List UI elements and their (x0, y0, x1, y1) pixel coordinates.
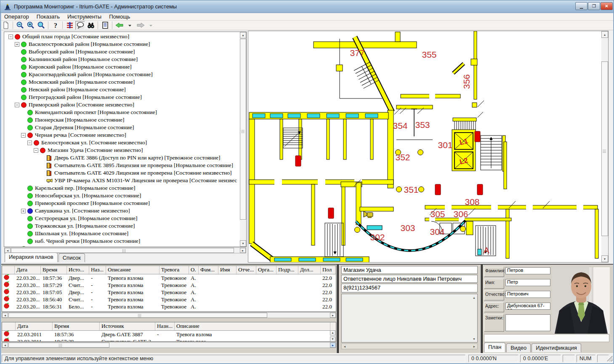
tree-item[interactable]: Старая Деревня [Нормальное состояние] (5, 124, 239, 131)
column-header[interactable]: Дата (16, 322, 53, 330)
tree-vscrollbar[interactable]: ▲ ▼ (240, 32, 246, 247)
tree-item[interactable]: Красногвардейский район [Нормальное сост… (5, 71, 239, 78)
column-header[interactable] (2, 266, 15, 274)
caret-button[interactable] (125, 21, 135, 30)
column-header[interactable]: Тревога (159, 266, 189, 274)
table-row[interactable]: 22.03.201118:57:36Дверь GATE 3887-Тревог… (2, 331, 336, 338)
tree-item[interactable]: Считыватель GATE 4029 Лицензия не провер… (5, 169, 239, 177)
column-header[interactable]: Описание (175, 322, 330, 330)
scroll-down-button[interactable]: ▼ (471, 336, 477, 341)
object-name-field[interactable]: Магазин Удача (341, 266, 478, 274)
alarm-hscroll-thumb[interactable] (8, 313, 267, 318)
person-address-field[interactable]: Дибуновская 67-33 (505, 303, 550, 310)
tree-item[interactable]: наб. Черной речки [Нормальное состояние] (5, 237, 239, 245)
alarm-table-hscrollbar[interactable]: ◄ ► (2, 312, 336, 318)
tree-item[interactable]: +Савушкина ул. [Состояние неизвестно] (5, 207, 239, 215)
column-header[interactable]: Источник (100, 322, 155, 330)
tree-item[interactable]: Карельский пер. [Нормальное состояние] (5, 184, 239, 192)
find-button[interactable] (86, 21, 96, 30)
scroll-down-button[interactable]: ▼ (240, 240, 246, 247)
scroll-right-button[interactable]: ► (240, 248, 246, 253)
collapse-icon[interactable]: − (15, 103, 19, 107)
table-row[interactable]: 22.03.20...18:57:05Двер...-Тревога взлом… (2, 289, 336, 296)
column-header[interactable]: Имя (218, 266, 237, 274)
help-button[interactable]: ? (51, 21, 60, 30)
scroll-up-button[interactable]: ▲ (240, 32, 246, 38)
scroll-right-button[interactable]: ► (330, 313, 336, 318)
tree-vscroll-thumb[interactable] (240, 39, 246, 220)
callout-button[interactable] (75, 21, 85, 30)
tree-item[interactable]: Дверь GATE 3886 (Доступ по PIN или карте… (5, 154, 239, 162)
tree-item[interactable]: +Василеостровский район [Нормальное сост… (5, 40, 239, 48)
tree-item[interactable]: Петроградский район [Нормальное состояни… (5, 93, 239, 101)
scroll-up-button[interactable]: ▲ (471, 295, 477, 300)
column-header[interactable]: Дол... (298, 266, 321, 274)
tree-item[interactable]: −Черная речка [Состояние неизвестно] (5, 131, 239, 139)
phone-field[interactable]: 8(921)1234567 (341, 284, 478, 292)
column-header[interactable] (2, 322, 16, 330)
tree-item[interactable]: −Магазин Удача [Состояние неизвестно] (5, 146, 239, 154)
table-row[interactable]: 22.03.20...18:56:31Бело...-Тревога взлом… (2, 303, 336, 310)
scroll-up-button[interactable]: ▲ (601, 31, 608, 38)
tree-item[interactable]: Невский район [Нормальное состояние] (5, 86, 239, 93)
column-header[interactable]: Наз... (89, 266, 106, 274)
tree-item[interactable]: −Белоостровская ул. [Состояние неизвестн… (5, 139, 239, 146)
expand-icon[interactable]: + (21, 209, 26, 213)
column-header[interactable]: Время (53, 322, 100, 330)
object-notes-area[interactable] (341, 294, 478, 343)
tree-item[interactable]: Кировский район [Нормальное состояние] (5, 63, 239, 71)
tree-item[interactable]: −Приморский район [Состояние неизвестно] (5, 101, 239, 109)
menu-Помощь[interactable]: Помощь (105, 13, 134, 21)
tree-item[interactable]: Московский район [Нормальное состояние] (5, 78, 239, 86)
minimize-button[interactable]: ▁ (575, 2, 587, 10)
column-header[interactable]: Дата (15, 266, 41, 274)
zoom-in-button[interactable] (26, 21, 35, 30)
tab-План[interactable]: План (484, 343, 505, 352)
plan-vscrollbar[interactable]: ▲ ▼ (601, 31, 608, 262)
tab-Идентификация[interactable]: Идентификация (532, 343, 581, 352)
plan-vscroll-thumb[interactable] (601, 61, 608, 236)
responsible-field[interactable]: Ответственное лицо Николаев Иван Петрови… (341, 275, 478, 283)
scroll-left-button[interactable]: ◄ (2, 313, 8, 318)
new-document-button[interactable] (1, 21, 11, 30)
resize-grip[interactable] (607, 356, 613, 361)
table-row[interactable]: 22.03.20...18:56:40Счит...-Тревога взлом… (2, 296, 336, 303)
person-notes-field[interactable] (505, 314, 550, 331)
column-header[interactable]: Орга... (256, 266, 276, 274)
caret-gray-button[interactable] (146, 21, 156, 30)
tab-Список[interactable]: Список (58, 253, 85, 262)
tree-item[interactable]: Сестрорецкая ул. [Нормальное состояние] (5, 215, 239, 222)
column-header[interactable]: Описание (106, 266, 159, 274)
scroll-right-button[interactable]: ► (471, 344, 477, 349)
scroll-down-button[interactable]: ▼ (330, 337, 335, 342)
collapse-icon[interactable]: − (27, 141, 32, 145)
column-header[interactable]: Отче... (237, 266, 256, 274)
scroll-down-button[interactable]: ▼ (601, 255, 608, 262)
tab-Иерархия планов[interactable]: Иерархия планов (5, 252, 58, 262)
scroll-right-button[interactable]: ► (330, 343, 336, 348)
tab-Видео[interactable]: Видео (506, 343, 531, 352)
tree-item[interactable]: УВР IP-камера AXIS M1031-W Лицензия не п… (5, 177, 239, 184)
scroll-up-button[interactable]: ▲ (330, 330, 335, 335)
person-firstname-field[interactable]: Петр (505, 279, 550, 286)
column-header[interactable]: Пол (321, 266, 335, 274)
column-header[interactable]: Исто... (67, 266, 89, 274)
tree-item[interactable]: Торжковская ул. [Нормальное состояние] (5, 222, 239, 230)
tree-item[interactable]: Приморский проспект [Нормальное состояни… (5, 199, 239, 207)
tree-item[interactable]: Новосибирская ул. [Нормальное состояние] (5, 192, 239, 199)
back-button[interactable] (114, 21, 124, 30)
scroll-left-button[interactable]: ◄ (2, 343, 8, 348)
collapse-icon[interactable]: − (21, 133, 26, 138)
splitter[interactable] (481, 265, 483, 354)
expand-icon[interactable]: + (15, 42, 19, 47)
menu-Оператор[interactable]: Оператор (0, 13, 33, 21)
table-row[interactable]: 22.03.20...18:57:36Двер...-Тревога взлом… (2, 274, 336, 282)
tree-item[interactable]: Считыватель GATE 3895 Лицензия не провер… (5, 162, 239, 169)
zoom-out-button[interactable] (15, 21, 25, 30)
tree-item[interactable] (5, 245, 239, 247)
tree-item[interactable]: Школьная ул. [Нормальное состояние] (5, 230, 239, 237)
tree-item[interactable]: Выборгский район [Нормальное состояние] (5, 48, 239, 56)
info-hscrollbar[interactable]: ◄ ► (341, 343, 478, 349)
tree-item[interactable]: −Общий план города [Состояние неизвестно… (5, 33, 239, 40)
table-row[interactable]: 22.03.20...18:57:29Счит...-Тревога взлом… (2, 282, 336, 289)
